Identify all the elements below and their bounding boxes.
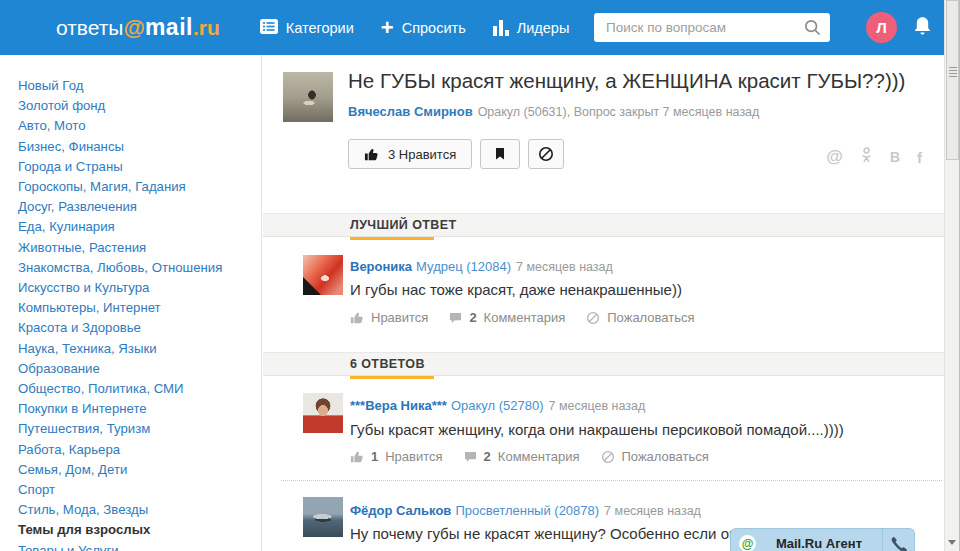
sidebar-item-food[interactable]: Еда, Кулинария xyxy=(18,217,261,237)
question-title: Не ГУБЫ красят женщину, а ЖЕНЩИНА красит… xyxy=(348,69,905,93)
sidebar-item-cities[interactable]: Города и Страны xyxy=(18,157,261,177)
notifications-bell-icon[interactable] xyxy=(912,16,933,42)
share-vk-icon[interactable]: B xyxy=(890,149,900,165)
sidebar-item-gold-fund[interactable]: Золотой фонд xyxy=(18,96,261,116)
thumb-up-icon xyxy=(350,450,364,464)
sidebar-item-family[interactable]: Семья, Дом, Дети xyxy=(18,460,261,480)
question-author-avatar[interactable] xyxy=(283,72,333,122)
search-input[interactable] xyxy=(594,13,804,42)
sidebar-item-society[interactable]: Общество, Политика, СМИ xyxy=(18,379,261,399)
sidebar-item-sport[interactable]: Спорт xyxy=(18,480,261,500)
thumb-up-icon xyxy=(350,311,364,325)
sidebar-item-business[interactable]: Бизнес, Финансы xyxy=(18,137,261,157)
category-sidebar: Новый Год Золотой фонд Авто, Мото Бизнес… xyxy=(0,55,262,551)
sidebar-item-adult-selected[interactable]: Темы для взрослых xyxy=(18,520,261,540)
question-actions: 3 Нравится xyxy=(348,139,564,169)
answer-1-like[interactable]: 1 Нравится xyxy=(350,449,443,464)
scrollbar-down-arrow-icon[interactable] xyxy=(948,540,956,545)
question-meta: Оракул (50631), Вопрос закрыт 7 месяцев … xyxy=(478,105,760,119)
sidebar-item-leisure[interactable]: Досуг, Развлечения xyxy=(18,197,261,217)
answer-1-report[interactable]: Пожаловаться xyxy=(601,449,709,464)
answer-1-report-label: Пожаловаться xyxy=(622,449,709,464)
answer-1-byline: ***Вера Ника***Оракул (52780)7 месяцев н… xyxy=(350,398,645,413)
best-answer-underline xyxy=(350,237,434,240)
sidebar-item-art[interactable]: Искусство и Культура xyxy=(18,278,261,298)
main-content: Не ГУБЫ красят женщину, а ЖЕНЩИНА красит… xyxy=(263,55,944,551)
flag-icon xyxy=(494,147,506,161)
agent-at-icon: @ xyxy=(739,535,756,551)
plus-icon: + xyxy=(381,19,394,37)
best-answer-comments[interactable]: 2 Комментария xyxy=(449,310,565,325)
nav-ask-label: Спросить xyxy=(402,20,466,36)
block-button[interactable] xyxy=(528,139,564,169)
best-answer-comments-label: Комментария xyxy=(484,310,566,325)
best-answer-rank-link[interactable]: Мудрец (12084) xyxy=(416,259,511,274)
answer-1-text: Губы красят женщину, когда они накрашены… xyxy=(350,421,844,438)
mailru-agent-popup[interactable]: @ Mail.Ru Агент xyxy=(730,528,915,551)
sidebar-item-science[interactable]: Наука, Техника, Языки xyxy=(18,339,261,359)
phone-icon xyxy=(891,536,907,551)
best-answer-report[interactable]: Пожаловаться xyxy=(586,310,694,325)
question-author-link[interactable]: Вячеслав Смирнов xyxy=(348,104,473,119)
answer-2-author-link[interactable]: Фёдор Сальков xyxy=(350,503,451,518)
flag-button[interactable] xyxy=(480,139,520,169)
answer-divider xyxy=(281,480,942,481)
sidebar-item-education[interactable]: Образование xyxy=(18,359,261,379)
best-answer-report-label: Пожаловаться xyxy=(607,310,694,325)
sidebar-item-auto[interactable]: Авто, Мото xyxy=(18,116,261,136)
bar-chart-icon xyxy=(493,20,509,36)
sidebar-item-travel[interactable]: Путешествия, Туризм xyxy=(18,419,261,439)
share-mailru-icon[interactable]: @ xyxy=(826,147,843,167)
sidebar-item-shopping[interactable]: Покупки в Интернете xyxy=(18,399,261,419)
best-answer-author-link[interactable]: Вероника xyxy=(350,259,412,274)
sidebar-item-animals[interactable]: Животные, Растения xyxy=(18,238,261,258)
agent-call-button[interactable] xyxy=(882,529,914,551)
answers-band: 6 ОТВЕТОВ xyxy=(263,352,944,376)
answer-1-avatar[interactable] xyxy=(303,393,343,433)
best-answer-band: ЛУЧШИЙ ОТВЕТ xyxy=(263,213,944,237)
answer-2-avatar[interactable] xyxy=(303,497,343,537)
sidebar-item-horoscopes[interactable]: Гороскопы, Магия, Гадания xyxy=(18,177,261,197)
vertical-scrollbar[interactable] xyxy=(944,0,959,551)
answer-1-rank-link[interactable]: Оракул (52780) xyxy=(451,398,544,413)
block-icon xyxy=(538,146,554,162)
nav-categories[interactable]: Категории xyxy=(260,19,354,37)
sidebar-item-goods[interactable]: Товары и Услуги xyxy=(18,541,261,551)
nav-leaders-label: Лидеры xyxy=(517,20,570,36)
best-answer-like[interactable]: Нравится xyxy=(350,310,428,325)
sidebar-item-computers[interactable]: Компьютеры, Интернет xyxy=(18,298,261,318)
answer-2-text: Ну почему губы не красят женщину? Особен… xyxy=(350,525,757,542)
share-facebook-icon[interactable]: f xyxy=(917,149,922,166)
best-answer-actions: Нравится 2 Комментария Пожаловаться xyxy=(350,310,695,325)
sidebar-item-work[interactable]: Работа, Карьера xyxy=(18,440,261,460)
scrollbar-grip xyxy=(949,67,957,78)
user-avatar[interactable]: Л xyxy=(866,12,897,43)
thumb-up-icon xyxy=(364,147,379,162)
share-odnoklassniki-icon[interactable] xyxy=(860,147,873,167)
sidebar-item-beauty[interactable]: Красота и Здоровье xyxy=(18,318,261,338)
sidebar-item-new-year[interactable]: Новый Год xyxy=(18,76,261,96)
logo-answers: ответы xyxy=(56,16,123,39)
site-logo[interactable]: ответы@mail.ru xyxy=(56,14,220,41)
sidebar-item-dating[interactable]: Знакомства, Любовь, Отношения xyxy=(18,258,261,278)
answer-1-comments[interactable]: 2 Комментария xyxy=(464,449,580,464)
nav-leaders[interactable]: Лидеры xyxy=(493,20,570,36)
answer-1-author-link[interactable]: ***Вера Ника*** xyxy=(350,398,447,413)
comment-icon xyxy=(449,312,462,324)
answer-1-comments-count: 2 xyxy=(484,449,491,464)
report-icon xyxy=(586,311,600,325)
search-icon[interactable] xyxy=(804,19,821,36)
nav-ask[interactable]: + Спросить xyxy=(381,19,466,37)
answers-heading: 6 ОТВЕТОВ xyxy=(350,353,944,376)
answer-2-rank-link[interactable]: Просветленный (20878) xyxy=(455,503,599,518)
answer-1-time: 7 месяцев назад xyxy=(549,399,646,413)
answers-underline xyxy=(350,376,434,379)
answer-2-byline: Фёдор СальковПросветленный (20878)7 меся… xyxy=(350,503,701,518)
logo-mail: mail xyxy=(145,14,193,40)
best-answer-comments-count: 2 xyxy=(469,310,476,325)
like-button[interactable]: 3 Нравится xyxy=(348,139,472,169)
scrollbar-thumb[interactable] xyxy=(946,0,959,160)
best-answer-avatar[interactable] xyxy=(303,255,343,295)
categories-list-icon xyxy=(260,19,278,37)
sidebar-item-style[interactable]: Стиль, Мода, Звезды xyxy=(18,500,261,520)
